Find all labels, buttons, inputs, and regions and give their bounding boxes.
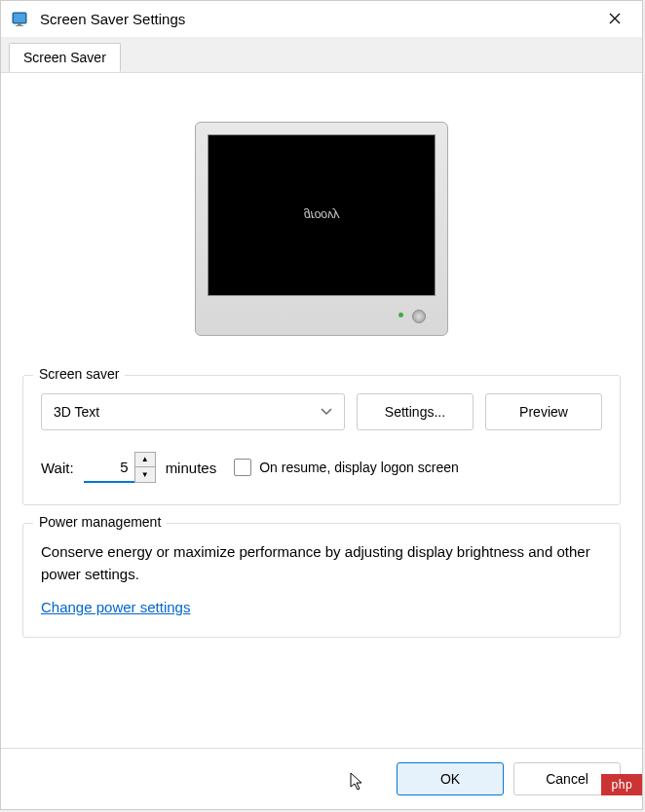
settings-button-label: Settings... <box>385 404 445 420</box>
cancel-button-label: Cancel <box>546 771 588 787</box>
watermark-text: php <box>611 778 632 792</box>
resume-checkbox-wrap[interactable]: On resume, display logon screen <box>234 459 459 476</box>
window-title: Screen Saver Settings <box>40 11 597 27</box>
preview-button[interactable]: Preview <box>485 393 602 430</box>
power-legend: Power management <box>33 514 167 530</box>
svg-rect-1 <box>14 14 25 22</box>
screensaver-row-1: 3D Text Settings... Preview <box>41 393 602 430</box>
monitor-frame: groovy <box>195 122 448 336</box>
triangle-up-icon: ▲ <box>141 455 149 463</box>
preview-text: groovy <box>304 208 339 222</box>
screensaver-select[interactable]: 3D Text <box>41 393 345 430</box>
preview-button-label: Preview <box>519 404 568 420</box>
screensaver-icon <box>11 10 30 29</box>
spinner-down-button[interactable]: ▼ <box>135 467 155 482</box>
tab-strip: Screen Saver <box>1 38 642 73</box>
monitor-led-icon <box>398 313 403 317</box>
screensaver-selected-value: 3D Text <box>54 404 99 420</box>
minutes-label: minutes <box>166 460 217 476</box>
tab-content: groovy Screen saver 3D Text Settings... <box>1 73 642 748</box>
cursor-icon <box>350 772 365 794</box>
resume-checkbox[interactable] <box>234 459 251 476</box>
screensaver-fieldset: Screen saver 3D Text Settings... Preview… <box>22 375 621 505</box>
titlebar: Screen Saver Settings <box>1 1 642 38</box>
power-description: Conserve energy or maximize performance … <box>41 541 602 585</box>
power-fieldset: Power management Conserve energy or maxi… <box>22 523 621 638</box>
close-icon <box>609 11 621 28</box>
monitor-power-icon <box>412 310 426 323</box>
tab-label: Screen Saver <box>23 50 106 65</box>
ok-button[interactable]: OK <box>397 762 504 795</box>
change-power-link-label: Change power settings <box>41 599 190 615</box>
spinner-up-button[interactable]: ▲ <box>135 453 155 467</box>
change-power-link[interactable]: Change power settings <box>41 599 190 615</box>
triangle-down-icon: ▼ <box>141 470 149 479</box>
monitor-screen: groovy <box>208 134 436 296</box>
dialog-window: Screen Saver Settings Screen Saver groov… <box>0 0 643 810</box>
resume-label: On resume, display logon screen <box>259 460 459 475</box>
wait-spinner: ▲ ▼ <box>84 452 156 483</box>
svg-rect-3 <box>16 25 23 26</box>
ok-button-label: OK <box>440 771 460 787</box>
spinner-buttons: ▲ ▼ <box>134 452 156 483</box>
wait-input[interactable] <box>84 452 134 483</box>
tab-screensaver[interactable]: Screen Saver <box>9 43 121 72</box>
screensaver-legend: Screen saver <box>33 366 125 382</box>
watermark-badge: php <box>601 774 642 795</box>
wait-label: Wait: <box>41 460 74 476</box>
close-button[interactable] <box>597 6 632 33</box>
settings-button[interactable]: Settings... <box>357 393 474 430</box>
screensaver-row-2: Wait: ▲ ▼ minutes On resume, di <box>41 452 602 483</box>
monitor-preview-area: groovy <box>22 122 621 336</box>
chevron-down-icon <box>321 405 332 419</box>
svg-rect-2 <box>18 23 21 25</box>
dialog-footer: OK Cancel php <box>1 748 642 809</box>
